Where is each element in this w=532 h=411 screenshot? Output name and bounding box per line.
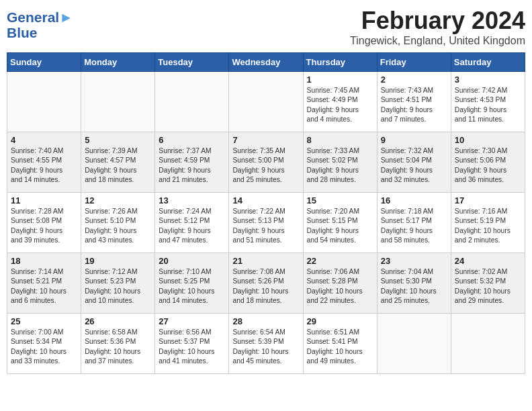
day-cell: 5Sunrise: 7:39 AM Sunset: 4:57 PM Daylig…	[81, 132, 155, 193]
day-number: 24	[455, 256, 521, 266]
day-cell: 4Sunrise: 7:40 AM Sunset: 4:55 PM Daylig…	[7, 132, 81, 193]
day-cell: 21Sunrise: 7:08 AM Sunset: 5:26 PM Dayli…	[229, 253, 303, 314]
day-info: Sunrise: 7:06 AM Sunset: 5:28 PM Dayligh…	[307, 267, 373, 306]
header: General► Blue February 2024 Tingewick, E…	[7, 7, 525, 47]
day-info: Sunrise: 7:37 AM Sunset: 4:59 PM Dayligh…	[159, 146, 225, 185]
day-cell: 10Sunrise: 7:30 AM Sunset: 5:06 PM Dayli…	[451, 132, 525, 193]
day-cell: 14Sunrise: 7:22 AM Sunset: 5:13 PM Dayli…	[229, 193, 303, 253]
day-info: Sunrise: 7:26 AM Sunset: 5:10 PM Dayligh…	[85, 207, 151, 246]
day-number: 12	[85, 195, 151, 205]
day-cell: 19Sunrise: 7:12 AM Sunset: 5:23 PM Dayli…	[81, 253, 155, 314]
day-cell: 22Sunrise: 7:06 AM Sunset: 5:28 PM Dayli…	[303, 253, 377, 314]
day-info: Sunrise: 7:42 AM Sunset: 4:53 PM Dayligh…	[455, 86, 521, 125]
day-info: Sunrise: 7:45 AM Sunset: 4:49 PM Dayligh…	[307, 86, 373, 125]
day-cell	[229, 72, 303, 132]
day-number: 20	[159, 256, 225, 266]
day-number: 8	[307, 135, 373, 145]
day-number: 4	[11, 135, 77, 145]
day-number: 17	[455, 195, 521, 205]
day-cell: 3Sunrise: 7:42 AM Sunset: 4:53 PM Daylig…	[451, 72, 525, 132]
logo: General► Blue	[7, 9, 73, 40]
day-number: 6	[159, 135, 225, 145]
day-cell: 9Sunrise: 7:32 AM Sunset: 5:04 PM Daylig…	[377, 132, 451, 193]
logo-line1: General►	[7, 9, 73, 25]
week-row-5: 25Sunrise: 7:00 AM Sunset: 5:34 PM Dayli…	[7, 314, 525, 374]
day-cell: 2Sunrise: 7:43 AM Sunset: 4:51 PM Daylig…	[377, 72, 451, 132]
col-header-sunday: Sunday	[7, 53, 81, 72]
day-cell: 16Sunrise: 7:18 AM Sunset: 5:17 PM Dayli…	[377, 193, 451, 253]
day-info: Sunrise: 7:40 AM Sunset: 4:55 PM Dayligh…	[11, 146, 77, 185]
week-row-4: 18Sunrise: 7:14 AM Sunset: 5:21 PM Dayli…	[7, 253, 525, 314]
day-cell: 29Sunrise: 6:51 AM Sunset: 5:41 PM Dayli…	[303, 314, 377, 374]
day-info: Sunrise: 7:35 AM Sunset: 5:00 PM Dayligh…	[232, 146, 299, 185]
day-number: 19	[85, 256, 151, 266]
day-info: Sunrise: 6:54 AM Sunset: 5:39 PM Dayligh…	[232, 328, 299, 367]
day-cell: 6Sunrise: 7:37 AM Sunset: 4:59 PM Daylig…	[155, 132, 229, 193]
week-row-2: 4Sunrise: 7:40 AM Sunset: 4:55 PM Daylig…	[7, 132, 525, 193]
day-info: Sunrise: 7:14 AM Sunset: 5:21 PM Dayligh…	[11, 267, 77, 306]
day-cell: 12Sunrise: 7:26 AM Sunset: 5:10 PM Dayli…	[81, 193, 155, 253]
day-info: Sunrise: 7:12 AM Sunset: 5:23 PM Dayligh…	[85, 267, 151, 306]
day-number: 26	[85, 316, 151, 326]
day-number: 18	[11, 256, 77, 266]
col-header-saturday: Saturday	[451, 53, 525, 72]
calendar: SundayMondayTuesdayWednesdayThursdayFrid…	[7, 52, 525, 374]
day-number: 28	[232, 316, 299, 326]
day-info: Sunrise: 6:58 AM Sunset: 5:36 PM Dayligh…	[85, 328, 151, 367]
col-header-friday: Friday	[377, 53, 451, 72]
day-info: Sunrise: 7:28 AM Sunset: 5:08 PM Dayligh…	[11, 207, 77, 246]
day-info: Sunrise: 7:16 AM Sunset: 5:19 PM Dayligh…	[455, 207, 521, 246]
day-cell	[7, 72, 81, 132]
day-number: 27	[159, 316, 225, 326]
day-cell: 8Sunrise: 7:33 AM Sunset: 5:02 PM Daylig…	[303, 132, 377, 193]
col-header-thursday: Thursday	[303, 53, 377, 72]
day-info: Sunrise: 7:04 AM Sunset: 5:30 PM Dayligh…	[381, 267, 447, 306]
day-cell	[451, 314, 525, 374]
day-cell: 20Sunrise: 7:10 AM Sunset: 5:25 PM Dayli…	[155, 253, 229, 314]
day-cell: 7Sunrise: 7:35 AM Sunset: 5:00 PM Daylig…	[229, 132, 303, 193]
day-cell: 27Sunrise: 6:56 AM Sunset: 5:37 PM Dayli…	[155, 314, 229, 374]
day-number: 23	[381, 256, 447, 266]
day-number: 29	[307, 316, 373, 326]
day-info: Sunrise: 7:02 AM Sunset: 5:32 PM Dayligh…	[455, 267, 521, 306]
day-number: 9	[381, 135, 447, 145]
month-title: February 2024	[350, 7, 525, 35]
day-number: 1	[307, 75, 373, 85]
day-info: Sunrise: 7:18 AM Sunset: 5:17 PM Dayligh…	[381, 207, 447, 246]
day-cell: 24Sunrise: 7:02 AM Sunset: 5:32 PM Dayli…	[451, 253, 525, 314]
logo-line2: Blue	[7, 25, 73, 40]
day-cell	[377, 314, 451, 374]
day-number: 14	[232, 195, 299, 205]
day-info: Sunrise: 7:32 AM Sunset: 5:04 PM Dayligh…	[381, 146, 447, 185]
day-cell: 23Sunrise: 7:04 AM Sunset: 5:30 PM Dayli…	[377, 253, 451, 314]
location-title: Tingewick, England, United Kingdom	[350, 35, 525, 47]
day-info: Sunrise: 7:22 AM Sunset: 5:13 PM Dayligh…	[232, 207, 299, 246]
day-info: Sunrise: 7:24 AM Sunset: 5:12 PM Dayligh…	[159, 207, 225, 246]
day-cell: 15Sunrise: 7:20 AM Sunset: 5:15 PM Dayli…	[303, 193, 377, 253]
day-number: 10	[455, 135, 521, 145]
day-number: 22	[307, 256, 373, 266]
day-number: 11	[11, 195, 77, 205]
col-header-wednesday: Wednesday	[229, 53, 303, 72]
day-cell: 13Sunrise: 7:24 AM Sunset: 5:12 PM Dayli…	[155, 193, 229, 253]
day-info: Sunrise: 7:43 AM Sunset: 4:51 PM Dayligh…	[381, 86, 447, 125]
day-number: 3	[455, 75, 521, 85]
day-number: 25	[11, 316, 77, 326]
day-info: Sunrise: 7:08 AM Sunset: 5:26 PM Dayligh…	[232, 267, 299, 306]
day-number: 7	[232, 135, 299, 145]
day-info: Sunrise: 7:30 AM Sunset: 5:06 PM Dayligh…	[455, 146, 521, 185]
day-number: 5	[85, 135, 151, 145]
day-info: Sunrise: 7:00 AM Sunset: 5:34 PM Dayligh…	[11, 328, 77, 367]
day-cell: 25Sunrise: 7:00 AM Sunset: 5:34 PM Dayli…	[7, 314, 81, 374]
col-header-tuesday: Tuesday	[155, 53, 229, 72]
week-row-1: 1Sunrise: 7:45 AM Sunset: 4:49 PM Daylig…	[7, 72, 525, 132]
day-cell	[81, 72, 155, 132]
day-cell: 18Sunrise: 7:14 AM Sunset: 5:21 PM Dayli…	[7, 253, 81, 314]
day-info: Sunrise: 7:20 AM Sunset: 5:15 PM Dayligh…	[307, 207, 373, 246]
day-cell: 1Sunrise: 7:45 AM Sunset: 4:49 PM Daylig…	[303, 72, 377, 132]
day-number: 2	[381, 75, 447, 85]
day-info: Sunrise: 6:51 AM Sunset: 5:41 PM Dayligh…	[307, 328, 373, 367]
day-info: Sunrise: 6:56 AM Sunset: 5:37 PM Dayligh…	[159, 328, 225, 367]
day-number: 15	[307, 195, 373, 205]
day-info: Sunrise: 7:33 AM Sunset: 5:02 PM Dayligh…	[307, 146, 373, 185]
